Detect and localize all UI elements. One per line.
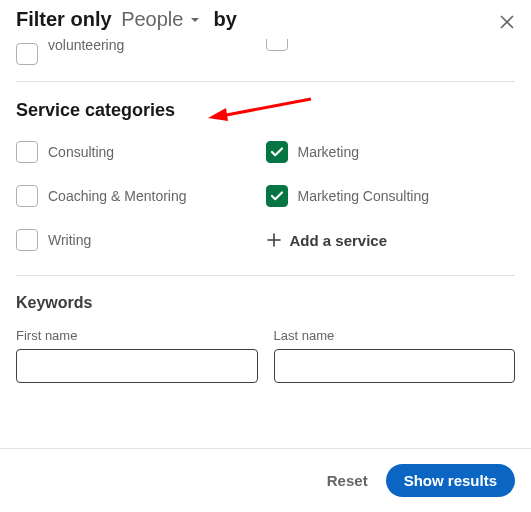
annotation-arrow-icon (206, 94, 316, 124)
option-label: Marketing Consulting (298, 185, 430, 207)
close-button[interactable] (497, 12, 517, 36)
first-name-label: First name (16, 328, 258, 343)
checkbox-coaching-mentoring[interactable] (16, 185, 38, 207)
modal-header: Filter only People by (0, 0, 531, 39)
option-label: Marketing (298, 141, 359, 163)
filters-scroll-area: volunteering Service categories Consulti… (0, 39, 531, 439)
option-label: Consulting (48, 141, 114, 163)
cutoff-field-right (274, 401, 516, 405)
option-marketing-consulting[interactable]: Marketing Consulting (266, 185, 516, 207)
option-consulting[interactable]: Consulting (16, 141, 266, 163)
check-icon (270, 145, 284, 159)
last-name-label: Last name (274, 328, 516, 343)
reset-button[interactable]: Reset (327, 472, 368, 489)
modal-footer: Reset Show results (0, 448, 531, 512)
option-coaching-mentoring[interactable]: Coaching & Mentoring (16, 185, 266, 207)
first-name-input[interactable] (16, 349, 258, 383)
section-divider (16, 81, 515, 82)
option-marketing[interactable]: Marketing (266, 141, 516, 163)
checkbox-volunteering[interactable] (16, 43, 38, 65)
checkbox-marketing[interactable] (266, 141, 288, 163)
svg-line-0 (221, 99, 311, 116)
section-divider (16, 275, 515, 276)
option-writing[interactable]: Writing (16, 229, 266, 251)
keywords-title: Keywords (16, 294, 515, 312)
checkbox-writing[interactable] (16, 229, 38, 251)
checkbox-partial-right[interactable] (266, 39, 288, 51)
previous-section-partial: volunteering (16, 39, 515, 65)
option-label: volunteering (48, 39, 124, 53)
checkbox-marketing-consulting[interactable] (266, 185, 288, 207)
last-name-input[interactable] (274, 349, 516, 383)
plus-icon (266, 232, 282, 248)
svg-marker-1 (208, 108, 228, 121)
chevron-down-icon (187, 12, 203, 28)
entity-dropdown-value: People (121, 8, 183, 31)
add-service-label: Add a service (290, 232, 388, 249)
keywords-inputs-row: First name Last name (16, 328, 515, 383)
checkbox-consulting[interactable] (16, 141, 38, 163)
add-service-row: Add a service (266, 229, 516, 251)
option-label: Coaching & Mentoring (48, 185, 187, 207)
option-label: Writing (48, 229, 91, 251)
cutoff-labels-row (16, 401, 515, 411)
service-categories-title: Service categories (16, 100, 515, 121)
service-categories-options: Consulting Marketing Coaching & Mentorin… (16, 141, 515, 273)
check-icon (270, 189, 284, 203)
show-results-button[interactable]: Show results (386, 464, 515, 497)
add-service-button[interactable]: Add a service (266, 232, 388, 249)
filter-only-label: Filter only (16, 8, 112, 31)
entity-dropdown[interactable]: People (121, 8, 203, 31)
close-icon (497, 12, 517, 32)
cutoff-field-left (16, 401, 258, 405)
by-label: by (213, 8, 236, 31)
